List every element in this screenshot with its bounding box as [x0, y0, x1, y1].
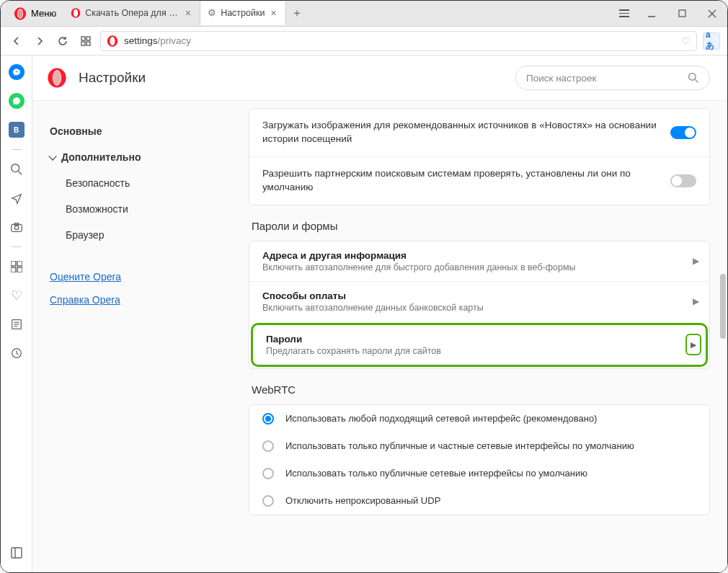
- back-button[interactable]: [8, 32, 25, 50]
- nav-rate-link[interactable]: Оцените Opera: [50, 265, 249, 288]
- svg-point-2: [18, 9, 22, 17]
- translate-button[interactable]: aあ: [703, 32, 720, 50]
- main-area: B ♡ Настройки Поиск настроек: [1, 55, 727, 572]
- svg-rect-10: [86, 37, 90, 40]
- tab-title: Скачать Опера для компьютера: [85, 8, 179, 18]
- bookmarks-icon[interactable]: ♡: [7, 286, 26, 305]
- webrtc-option-1[interactable]: Использовать любой подходящий сетевой ин…: [249, 405, 709, 432]
- content-header: Настройки Поиск настроек: [32, 55, 727, 101]
- toggle-partner-search-row: Разрешить партнерским поисковым системам…: [249, 156, 709, 205]
- nav-advanced[interactable]: Дополнительно: [50, 144, 249, 170]
- news-icon[interactable]: [7, 315, 26, 334]
- radio-button[interactable]: [262, 413, 274, 425]
- svg-point-33: [53, 71, 61, 85]
- chevron-right-icon: ▶: [693, 296, 699, 306]
- radio-label: Использовать только публичные и частные …: [285, 440, 634, 453]
- section-passwords-forms: Пароли и формы: [252, 220, 710, 232]
- radio-label: Использовать любой подходящий сетевой ин…: [285, 412, 597, 425]
- close-icon[interactable]: ×: [269, 7, 278, 19]
- svg-rect-29: [12, 548, 22, 558]
- nav-help-link[interactable]: Справка Opera: [50, 288, 249, 311]
- forward-button[interactable]: [31, 32, 48, 50]
- row-addresses[interactable]: Адреса и другая информация Включить авто…: [249, 241, 709, 281]
- minimize-button[interactable]: [636, 1, 667, 26]
- search-icon[interactable]: [7, 160, 26, 179]
- tab-settings[interactable]: ⚙ Настройки ×: [200, 1, 285, 25]
- whatsapp-icon[interactable]: [7, 92, 26, 110]
- address-bar: settings/privacy ♡ aあ: [1, 27, 727, 55]
- svg-rect-21: [17, 261, 22, 266]
- webrtc-option-3[interactable]: Использовать только публичные сетевые ин…: [249, 460, 709, 487]
- toggle-label: Разрешить партнерским поисковым системам…: [262, 167, 660, 195]
- window-frame: Меню Скачать Опера для компьютера × ⚙ На…: [0, 0, 728, 573]
- svg-rect-9: [81, 37, 85, 40]
- search-icon: [688, 72, 699, 84]
- nav-basic[interactable]: Основные: [50, 118, 249, 144]
- opera-menu-button[interactable]: Меню: [6, 2, 63, 25]
- svg-line-35: [695, 79, 698, 82]
- toggle-news-images[interactable]: [670, 126, 696, 139]
- close-icon[interactable]: ×: [184, 7, 192, 19]
- radio-label: Отключить непроксированный UDP: [285, 494, 440, 507]
- reload-button[interactable]: [54, 32, 71, 50]
- chevron-down-icon: [48, 152, 56, 160]
- row-passwords[interactable]: Пароли Предлагать сохранять пароли для с…: [251, 323, 708, 367]
- flow-icon[interactable]: [7, 189, 26, 208]
- card-toggles: Загружать изображения для рекомендованны…: [249, 108, 710, 205]
- row-title: Адреса и другая информация: [262, 250, 696, 261]
- svg-rect-12: [86, 42, 90, 45]
- easy-setup-button[interactable]: [612, 1, 636, 26]
- history-icon[interactable]: [7, 344, 26, 363]
- svg-rect-23: [17, 267, 22, 272]
- row-payments[interactable]: Способы оплаты Включить автозаполнение д…: [249, 281, 709, 321]
- svg-point-15: [11, 164, 19, 172]
- nav-features[interactable]: Возможности: [50, 196, 249, 222]
- nav-browser[interactable]: Браузер: [50, 222, 249, 248]
- radio-button[interactable]: [262, 468, 274, 479]
- svg-point-14: [110, 36, 115, 45]
- speed-dial-button[interactable]: [77, 32, 94, 50]
- url-path: /privacy: [158, 35, 192, 46]
- maximize-button[interactable]: [667, 1, 697, 26]
- scrollbar[interactable]: [719, 101, 726, 572]
- page-title: Настройки: [79, 70, 504, 86]
- messenger-icon[interactable]: [7, 63, 26, 81]
- content-area: Настройки Поиск настроек Основные Дополн…: [32, 55, 727, 572]
- settings-search-input[interactable]: Поиск настроек: [515, 66, 710, 90]
- row-subtitle: Включить автозаполнение для быстрого доб…: [262, 262, 696, 272]
- new-tab-button[interactable]: ＋: [286, 6, 308, 21]
- webrtc-option-4[interactable]: Отключить непроксированный UDP: [249, 487, 709, 515]
- opera-logo-icon: [47, 68, 67, 88]
- section-webrtc: WebRTC: [252, 383, 710, 396]
- url-input[interactable]: settings/privacy ♡: [100, 31, 697, 51]
- svg-rect-20: [11, 261, 16, 266]
- toggle-news-images-row: Загружать изображения для рекомендованны…: [249, 109, 709, 156]
- close-window-button[interactable]: [697, 1, 727, 26]
- row-subtitle: Предлагать сохранять пароли для сайтов: [266, 346, 693, 356]
- svg-point-34: [689, 74, 696, 81]
- content-body: Основные Дополнительно Безопасность Возм…: [32, 101, 727, 572]
- row-subtitle: Включить автозаполнение данных банковско…: [262, 303, 696, 313]
- opera-icon: [107, 35, 118, 47]
- url-prefix: settings: [124, 35, 158, 46]
- nav-security[interactable]: Безопасность: [50, 170, 249, 196]
- svg-rect-6: [679, 10, 685, 17]
- snapshot-icon[interactable]: [7, 218, 26, 236]
- scrollbar-thumb[interactable]: [720, 274, 726, 339]
- row-title: Пароли: [266, 334, 693, 345]
- speed-dial-icon[interactable]: [7, 257, 26, 276]
- tab-download-opera[interactable]: Скачать Опера для компьютера ×: [63, 1, 200, 25]
- radio-button[interactable]: [262, 440, 274, 452]
- radio-label: Использовать только публичные сетевые ин…: [285, 467, 587, 480]
- svg-point-18: [14, 226, 18, 229]
- svg-rect-11: [81, 42, 85, 45]
- toggle-partner-search[interactable]: [670, 174, 696, 187]
- sidebar-rail: B ♡: [1, 55, 32, 572]
- vk-icon[interactable]: B: [7, 120, 26, 139]
- heart-icon[interactable]: ♡: [681, 35, 691, 47]
- toggle-label: Загружать изображения для рекомендованны…: [262, 119, 660, 146]
- radio-button[interactable]: [262, 495, 274, 507]
- sidebar-setup-icon[interactable]: [7, 543, 26, 562]
- webrtc-option-2[interactable]: Использовать только публичные и частные …: [249, 432, 709, 460]
- chevron-right-icon: ▶: [693, 256, 699, 266]
